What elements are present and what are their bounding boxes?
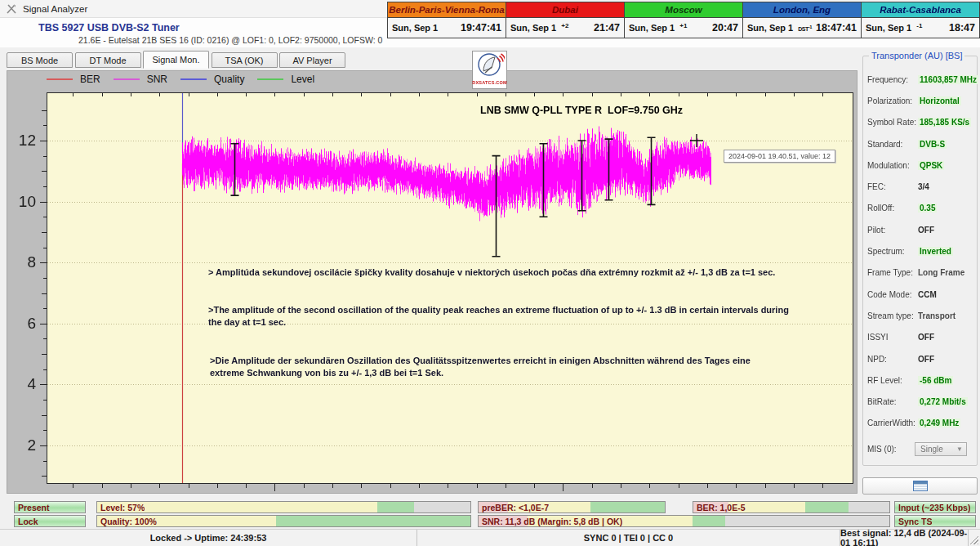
meter-label: BER: 1,0E-5 <box>693 503 746 512</box>
meter-label: Sync TS <box>895 517 932 526</box>
meter-quality: Quality: 100% <box>96 515 471 527</box>
clock-city: Berlin-Paris-Vienna-Roma <box>388 2 506 18</box>
clock-rabat-casablanca: Rabat-CasablancaSun, Sep 1-1 18:47 <box>862 2 979 38</box>
clock-date: Sun, Sep 1 <box>629 23 675 33</box>
transponder-row: Modulation: QPSK <box>867 154 973 176</box>
utc-offset: +1 <box>679 22 687 29</box>
param-value: Long Frame <box>918 268 964 277</box>
y-tick-label: 8 <box>10 253 36 271</box>
clock-city: Rabat-Casablanca <box>862 2 979 18</box>
meter-label: preBER: <1,0E-7 <box>479 503 549 512</box>
clock-date: Sun, Sep 1 <box>392 23 438 33</box>
dxsatcs-logo: DXSATCS.COM <box>472 51 507 89</box>
legend-swatch <box>47 78 73 80</box>
clock-city: Dubai <box>506 2 624 18</box>
y-tick-label: 10 <box>10 193 36 211</box>
param-label: Standard: <box>867 140 918 149</box>
status-bar: Locked -> Uptime: 24:39:53 SYNC 0 | TEI … <box>0 529 980 546</box>
legend-snr: SNR <box>114 74 167 85</box>
clock-date: Sun, Sep 1 <box>747 23 793 33</box>
meter-input-235-kbps: Input (~235 Kbps) <box>894 501 976 513</box>
meter-label: Level: 57% <box>97 503 145 512</box>
meter-label: Lock <box>15 517 38 526</box>
utc-offset: +2 <box>561 22 568 29</box>
param-label: FEC: <box>867 182 918 191</box>
annotation-en: >The amplitude of the second oscillation… <box>208 304 792 329</box>
param-value: DVB-S <box>918 140 947 149</box>
legend-level: Level <box>257 74 314 85</box>
param-label: Stream type: <box>867 311 918 320</box>
param-value: OFF <box>918 226 934 235</box>
param-label: NPD: <box>867 355 918 364</box>
meter-lock: Lock <box>14 515 86 527</box>
transponder-row: RF Level: -56 dBm <box>867 369 973 391</box>
clock-time-row: Sun, Sep 1+1 20:47 <box>625 18 742 38</box>
param-value: OFF <box>918 355 934 364</box>
meter-label: Quality: 100% <box>97 517 157 526</box>
snr-trend-chart[interactable] <box>33 86 874 492</box>
y-tick-label: 4 <box>10 375 36 393</box>
tab-bs-mode[interactable]: BS Mode <box>7 52 73 68</box>
param-label: RollOff: <box>867 204 918 213</box>
transponder-row: Stream type: Transport <box>867 305 973 326</box>
param-label: CarrierWidth: <box>867 418 918 427</box>
param-value: QPSK <box>918 161 944 170</box>
transponder-row: Symbol Rate: 185,185 KS/s <box>867 112 973 133</box>
mis-select[interactable]: Single ▼ <box>915 442 967 456</box>
ts-tool-button[interactable] <box>862 477 978 495</box>
param-label: ISSYI <box>867 333 918 342</box>
tab-bar: BS ModeDT ModeSignal Mon.TSA (OK)AV Play… <box>0 47 859 70</box>
param-value: 11603,857 MHz <box>918 75 978 84</box>
param-value: Inverted <box>918 247 953 256</box>
clock-moscow: MoscowSun, Sep 1+1 20:47 <box>625 2 743 38</box>
param-value: 3/4 <box>918 182 929 191</box>
y-tick-label: 6 <box>10 315 36 333</box>
meter-label: Present <box>15 503 50 512</box>
cursor-tooltip: 2024-09-01 19.40.51, value: 12 <box>724 150 835 163</box>
tab-dt-mode[interactable]: DT Mode <box>75 52 141 68</box>
param-label: Spectrum: <box>867 247 918 256</box>
clock-time-row: Sun, Sep 1 19:47:41 <box>388 18 506 38</box>
tab-tsa-ok[interactable]: TSA (OK) <box>212 52 278 68</box>
clock-time: 18:47 <box>949 22 975 34</box>
legend-label: Level <box>291 74 314 85</box>
transponder-row: Pilot: OFF <box>867 219 973 240</box>
resize-grip-icon[interactable] <box>969 535 978 544</box>
param-label: Code Mode: <box>867 290 918 299</box>
param-label: Symbol Rate: <box>867 118 918 127</box>
meter-snr: SNR: 11,3 dB (Margin: 5,8 dB | OK) <box>478 515 890 527</box>
clock-time-row: Sun, Sep 1+2 21:47 <box>506 18 624 38</box>
legend-ber: BER <box>47 74 100 85</box>
y-tick-label: 2 <box>10 436 36 454</box>
clock-city: London, Eng <box>743 2 861 18</box>
param-label: RF Level: <box>867 376 918 385</box>
transponder-row: Frame Type: Long Frame <box>867 262 973 284</box>
legend-swatch <box>180 78 207 80</box>
tab-signal-mon[interactable]: Signal Mon. <box>143 51 209 69</box>
status-best-signal: Best signal: 12,4 dB (2024-09-01 16:11) <box>840 530 968 546</box>
clock-time: 19:47:41 <box>461 22 501 34</box>
clock-time: 21:47 <box>594 22 620 34</box>
tuner-details: 21.6E - Eutelsat 21B SES 16 (ID: 0216) @… <box>78 35 382 45</box>
status-corner <box>968 530 980 546</box>
param-label: Frame Type: <box>867 268 918 277</box>
logo-text: DXSATCS.COM <box>472 80 506 85</box>
param-value: 0,249 MHz <box>918 418 960 427</box>
chevron-down-icon: ▼ <box>956 445 963 453</box>
param-value: Transport <box>918 311 956 320</box>
meter-sync-ts: Sync TS <box>894 515 976 527</box>
legend-label: Quality <box>214 74 244 85</box>
clock-city: Moscow <box>625 2 742 18</box>
transponder-row: Frequency: 11603,857 MHz <box>867 69 973 90</box>
transponder-row: Standard: DVB-S <box>867 133 973 154</box>
transponder-row: BitRate: 0,272 Mbit/s <box>867 391 973 412</box>
param-label: BitRate: <box>867 397 918 406</box>
param-value: CCM <box>918 290 937 299</box>
tab-av-player[interactable]: AV Player <box>279 52 345 68</box>
mis-label: MIS (0): <box>867 445 915 454</box>
param-value: OFF <box>918 333 934 342</box>
world-clocks: Berlin-Paris-Vienna-RomaSun, Sep 1 19:47… <box>387 2 980 38</box>
meter-level: Level: 57% <box>96 501 471 513</box>
chart-title: LNB SMW Q-PLL TYPE R LOF=9.750 GHz <box>480 105 683 116</box>
window-title: Signal Analyzer <box>23 4 87 14</box>
